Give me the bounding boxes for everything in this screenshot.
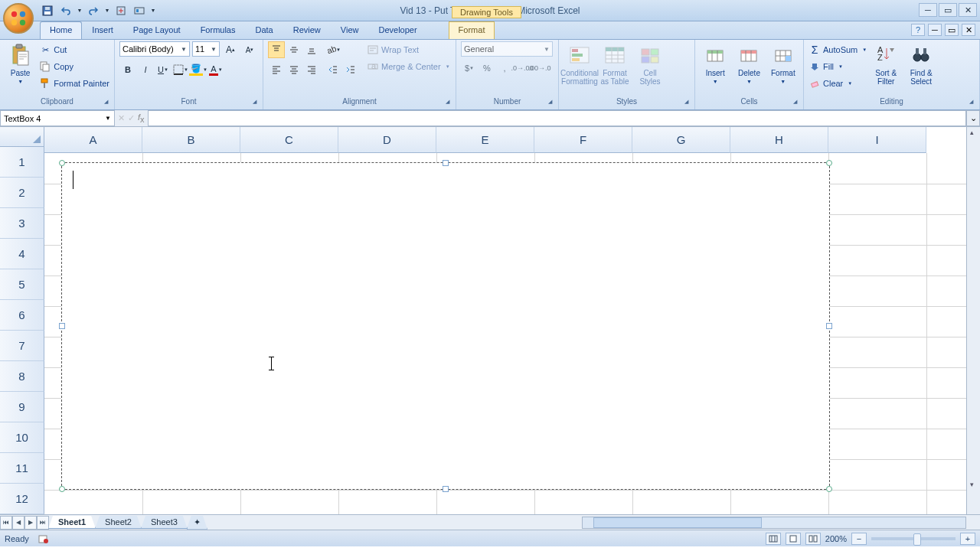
new-sheet-button[interactable]: ✦ [187, 516, 207, 530]
tab-review[interactable]: Review [283, 21, 331, 39]
percent-button[interactable]: % [479, 60, 495, 77]
font-size-selector[interactable]: 11▼ [192, 41, 220, 57]
row-header[interactable]: 7 [0, 331, 44, 361]
column-header[interactable]: A [44, 127, 142, 153]
tab-data[interactable]: Data [245, 21, 283, 39]
expand-formula-bar-button[interactable]: ⌄ [966, 110, 980, 126]
name-box[interactable]: TextBox 4▼ [0, 110, 115, 126]
horizontal-scrollbar[interactable] [582, 517, 966, 529]
orientation-button[interactable]: ab▼ [325, 41, 341, 58]
macro-record-icon[interactable] [38, 533, 49, 544]
select-all-corner[interactable] [0, 127, 44, 147]
find-select-button[interactable]: Find & Select [905, 41, 937, 86]
office-button[interactable] [3, 3, 34, 34]
increase-font-icon[interactable]: A▴ [222, 41, 239, 58]
row-header[interactable]: 10 [0, 422, 44, 453]
cut-button[interactable]: ✂Cut [39, 41, 109, 58]
resize-handle-se[interactable] [826, 486, 832, 492]
paste-button[interactable]: Paste ▼ [5, 41, 36, 84]
align-center-button[interactable] [286, 61, 302, 78]
row-header[interactable]: 11 [0, 453, 44, 484]
tab-view[interactable]: View [331, 21, 369, 39]
close-button[interactable]: ✕ [959, 3, 977, 17]
workbook-minimize-button[interactable]: ─ [928, 24, 942, 36]
column-header[interactable]: B [142, 127, 240, 153]
maximize-button[interactable]: ▭ [939, 3, 957, 17]
column-header[interactable]: H [730, 127, 828, 153]
format-painter-button[interactable]: Format Painter [39, 75, 109, 92]
enter-formula-icon[interactable]: ✓ [128, 113, 135, 123]
qat-custom2-icon[interactable] [132, 3, 147, 18]
tab-formulas[interactable]: Formulas [191, 21, 246, 39]
sheet-tab-1[interactable]: Sheet1 [48, 516, 96, 529]
align-middle-button[interactable] [286, 41, 302, 58]
sheet-nav-prev[interactable]: ◀ [12, 516, 24, 530]
zoom-in-button[interactable]: + [960, 533, 975, 545]
resize-handle-w[interactable] [59, 323, 65, 329]
decrease-decimal-button[interactable]: .00→.0 [531, 60, 548, 77]
sheet-tab-2[interactable]: Sheet2 [95, 516, 142, 529]
qat-custom1-icon[interactable] [113, 3, 129, 18]
conditional-formatting-button[interactable]: Conditional Formatting [564, 41, 596, 86]
view-page-layout-button[interactable] [786, 533, 801, 545]
copy-button[interactable]: Copy [39, 58, 109, 75]
cancel-formula-icon[interactable]: ✕ [118, 113, 125, 123]
zoom-out-button[interactable]: − [851, 533, 867, 545]
formula-input[interactable] [148, 110, 966, 126]
column-header[interactable]: D [338, 127, 436, 153]
textbox-shape[interactable] [61, 162, 830, 490]
help-icon[interactable]: ? [911, 24, 925, 36]
save-icon[interactable] [40, 3, 55, 18]
column-header[interactable]: F [534, 127, 632, 153]
qat-customize-icon[interactable]: ▼ [150, 3, 156, 18]
clear-button[interactable]: Clear▼ [808, 75, 867, 92]
row-header[interactable]: 2 [0, 178, 44, 208]
format-cells-button[interactable]: Format▼ [768, 41, 799, 84]
row-header[interactable]: 12 [0, 484, 44, 514]
sheet-nav-first[interactable]: ⏮ [0, 516, 12, 530]
tab-developer[interactable]: Developer [368, 21, 426, 39]
align-left-button[interactable] [268, 61, 285, 78]
align-right-button[interactable] [303, 61, 320, 78]
number-format-selector[interactable]: General▼ [461, 41, 553, 57]
delete-cells-button[interactable]: Delete▼ [733, 41, 764, 84]
row-header[interactable]: 6 [0, 300, 44, 331]
tab-home[interactable]: Home [40, 21, 82, 39]
column-header[interactable]: I [828, 127, 926, 153]
resize-handle-nw[interactable] [59, 160, 65, 166]
font-name-selector[interactable]: Calibri (Body)▼ [119, 41, 190, 57]
row-header[interactable]: 1 [0, 147, 44, 178]
font-color-button[interactable]: A▼ [207, 61, 224, 78]
vertical-scrollbar[interactable] [966, 127, 980, 514]
wrap-text-button[interactable]: Wrap Text [367, 41, 450, 58]
fill-color-button[interactable]: 🪣▼ [190, 61, 207, 78]
sort-filter-button[interactable]: AZSort & Filter [870, 41, 902, 86]
tab-insert[interactable]: Insert [82, 21, 123, 39]
resize-handle-n[interactable] [443, 160, 449, 166]
cells-area[interactable] [44, 153, 966, 514]
minimize-button[interactable]: ─ [919, 3, 937, 17]
column-header[interactable]: G [632, 127, 730, 153]
border-button[interactable]: ▼ [172, 61, 189, 78]
sheet-nav-next[interactable]: ▶ [24, 516, 37, 530]
autosum-button[interactable]: ΣAutoSum▼ [808, 41, 867, 58]
row-header[interactable]: 4 [0, 239, 44, 269]
decrease-indent-button[interactable] [325, 61, 341, 78]
underline-button[interactable]: U▼ [155, 61, 172, 78]
view-page-break-button[interactable] [805, 533, 821, 545]
column-header[interactable]: C [240, 127, 338, 153]
sheet-tab-3[interactable]: Sheet3 [141, 516, 188, 529]
tab-page-layout[interactable]: Page Layout [123, 21, 191, 39]
row-header[interactable]: 9 [0, 392, 44, 422]
format-as-table-button[interactable]: Format as Table [599, 41, 631, 86]
fill-button[interactable]: Fill▼ [808, 58, 867, 75]
row-header[interactable]: 3 [0, 208, 44, 239]
redo-icon[interactable] [86, 3, 101, 18]
fx-icon[interactable]: fx [138, 112, 145, 124]
bold-button[interactable]: B [119, 61, 136, 78]
currency-button[interactable]: $▼ [461, 60, 478, 77]
tab-format[interactable]: Format [449, 21, 495, 39]
resize-handle-s[interactable] [443, 486, 449, 492]
decrease-font-icon[interactable]: A▾ [241, 41, 258, 58]
sheet-nav-last[interactable]: ⏭ [37, 516, 49, 530]
